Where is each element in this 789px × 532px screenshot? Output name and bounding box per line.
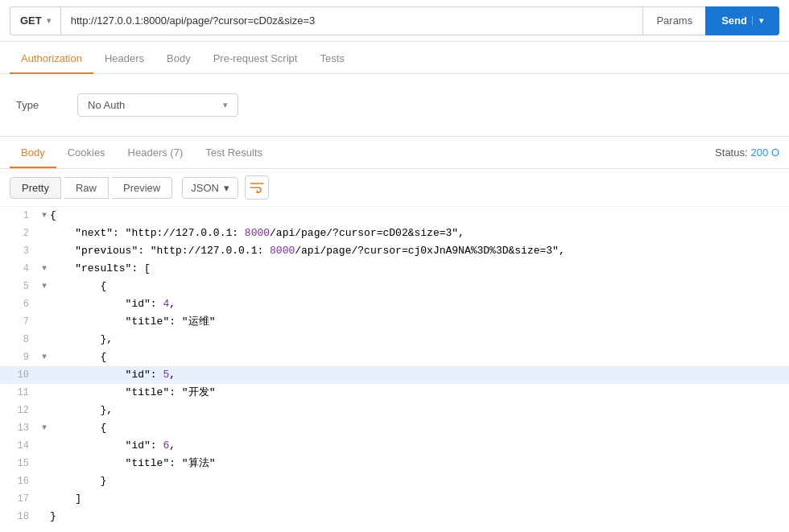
line-content: { <box>50 419 789 437</box>
line-number: 14 <box>0 437 39 455</box>
auth-row: Type No Auth ▾ <box>16 93 773 117</box>
response-tabs: Body Cookies Headers (7) Test Results St… <box>0 137 789 169</box>
json-line-11: 11 "title": "开发" <box>0 384 789 402</box>
raw-button[interactable]: Raw <box>64 177 109 199</box>
line-content: "title": "算法" <box>50 455 789 472</box>
tab-tests[interactable]: Tests <box>308 44 355 74</box>
auth-type-selector[interactable]: No Auth ▾ <box>77 93 238 117</box>
line-content: "id": 4, <box>50 295 789 313</box>
line-number: 2 <box>0 225 39 242</box>
status-indicator: Status: 200 O <box>715 146 779 159</box>
body-toolbar: Pretty Raw Preview JSON ▾ <box>0 169 789 207</box>
line-toggle[interactable]: ▼ <box>39 278 50 295</box>
resp-tab-test-results[interactable]: Test Results <box>194 138 274 168</box>
tab-authorization[interactable]: Authorization <box>10 44 93 74</box>
send-button[interactable]: Send ▾ <box>705 6 779 35</box>
json-line-7: 7 "title": "运维" <box>0 313 789 331</box>
json-line-5: 5▼ { <box>0 278 789 295</box>
line-toggle[interactable]: ▼ <box>39 419 50 437</box>
send-label: Send <box>721 14 747 27</box>
line-toggle[interactable]: ▼ <box>39 348 50 366</box>
method-text: GET <box>20 14 42 27</box>
resp-tab-headers[interactable]: Headers (7) <box>117 138 195 168</box>
line-number: 3 <box>0 242 39 260</box>
line-number: 1 <box>0 207 39 225</box>
status-label: Status: <box>715 146 747 159</box>
line-content: }, <box>50 402 789 419</box>
format-label: JSON <box>191 182 219 194</box>
json-line-10: 10 "id": 5, <box>0 366 789 384</box>
line-content: } <box>50 508 789 526</box>
json-line-4: 4▼ "results": [ <box>0 260 789 278</box>
line-content: }, <box>50 331 789 348</box>
status-code: 200 O <box>751 146 779 159</box>
json-line-6: 6 "id": 4, <box>0 295 789 313</box>
json-line-16: 16 } <box>0 472 789 490</box>
auth-type-value: No Auth <box>88 99 125 111</box>
json-viewer[interactable]: 1▼{2 "next": "http://127.0.0.1: 8000/api… <box>0 207 789 532</box>
json-line-12: 12 }, <box>0 402 789 419</box>
method-selector[interactable]: GET ▾ <box>10 6 60 35</box>
line-toggle[interactable]: ▼ <box>39 207 50 225</box>
json-line-13: 13▼ { <box>0 419 789 437</box>
json-line-17: 17 ] <box>0 490 789 508</box>
line-number: 9 <box>0 348 39 366</box>
tab-body[interactable]: Body <box>155 44 202 74</box>
line-number: 4 <box>0 260 39 278</box>
line-number: 8 <box>0 331 39 348</box>
line-content: { <box>50 348 789 366</box>
auth-type-label: Type <box>16 99 64 111</box>
auth-chevron-icon: ▾ <box>223 100 228 110</box>
json-line-15: 15 "title": "算法" <box>0 455 789 472</box>
line-number: 13 <box>0 419 39 437</box>
tab-prerequest[interactable]: Pre-request Script <box>202 44 309 74</box>
wrap-button[interactable] <box>245 175 269 200</box>
method-chevron-icon: ▾ <box>47 16 51 25</box>
json-line-18: 18 } <box>0 508 789 526</box>
line-content: { <box>50 278 789 295</box>
line-number: 17 <box>0 490 39 508</box>
line-content: "next": "http://127.0.0.1: 8000/api/page… <box>50 225 789 242</box>
auth-section: Type No Auth ▾ <box>0 74 789 137</box>
line-content: "previous": "http://127.0.0.1: 8000/api/… <box>50 242 789 260</box>
line-number: 18 <box>0 508 39 526</box>
line-number: 5 <box>0 278 39 295</box>
preview-button[interactable]: Preview <box>112 177 172 199</box>
format-chevron-icon: ▾ <box>224 182 229 194</box>
line-number: 15 <box>0 455 39 472</box>
json-line-1: 1▼{ <box>0 207 789 225</box>
line-toggle[interactable]: ▼ <box>39 260 50 278</box>
tab-headers[interactable]: Headers <box>93 44 155 74</box>
line-number: 10 <box>0 366 39 384</box>
resp-tab-cookies[interactable]: Cookies <box>56 138 117 168</box>
resp-tab-body[interactable]: Body <box>10 138 56 168</box>
json-line-3: 3 "previous": "http://127.0.0.1: 8000/ap… <box>0 242 789 260</box>
line-content: "results": [ <box>50 260 789 278</box>
send-dropdown-icon: ▾ <box>752 16 763 25</box>
request-tabs: Authorization Headers Body Pre-request S… <box>0 42 789 74</box>
format-selector[interactable]: JSON ▾ <box>182 177 238 199</box>
line-content: "title": "运维" <box>50 313 789 331</box>
line-number: 6 <box>0 295 39 313</box>
line-number: 12 <box>0 402 39 419</box>
params-button[interactable]: Params <box>642 6 705 35</box>
line-number: 11 <box>0 384 39 402</box>
line-number: 7 <box>0 313 39 331</box>
json-line-9: 9▼ { <box>0 348 789 366</box>
line-content: "id": 6, <box>50 437 789 455</box>
url-input[interactable] <box>60 6 643 35</box>
line-content: "id": 5, <box>50 366 789 384</box>
line-content: { <box>50 207 789 225</box>
url-bar: GET ▾ Params Send ▾ <box>0 0 789 42</box>
pretty-button[interactable]: Pretty <box>10 177 61 199</box>
json-line-8: 8 }, <box>0 331 789 348</box>
line-content: "title": "开发" <box>50 384 789 402</box>
json-line-14: 14 "id": 6, <box>0 437 789 455</box>
json-line-2: 2 "next": "http://127.0.0.1: 8000/api/pa… <box>0 225 789 242</box>
line-content: } <box>50 472 789 490</box>
line-number: 16 <box>0 472 39 490</box>
line-content: ] <box>50 490 789 508</box>
